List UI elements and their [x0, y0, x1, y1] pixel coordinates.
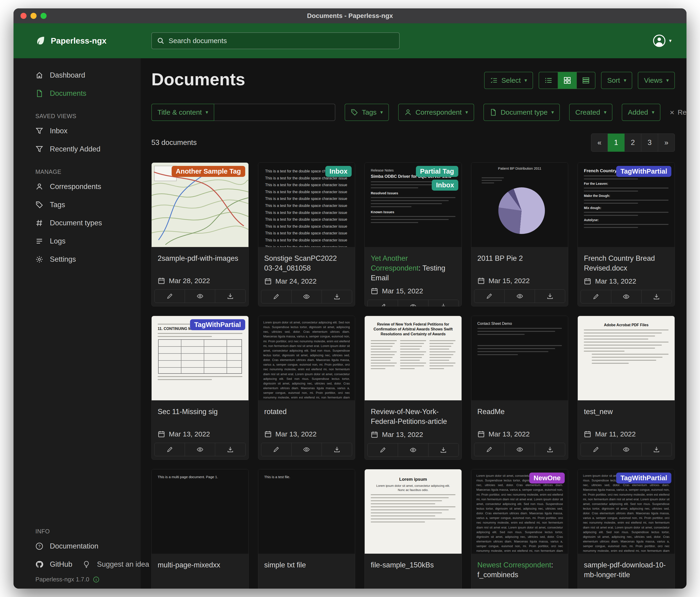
download-button[interactable]: [535, 443, 565, 456]
view-list-button[interactable]: [539, 72, 558, 89]
download-button[interactable]: [322, 290, 352, 303]
document-type-filter-button[interactable]: Document type▾: [483, 104, 560, 121]
view-button[interactable]: [398, 444, 428, 456]
view-button[interactable]: [611, 443, 641, 456]
document-title[interactable]: rotated: [264, 407, 349, 416]
edit-button[interactable]: [155, 443, 185, 456]
document-card[interactable]: Patient BP Distribution 2011 2011 BP Pie…: [471, 162, 569, 306]
sidebar-item-dashboard[interactable]: Dashboard: [14, 66, 141, 85]
pagination-page-2[interactable]: 2: [625, 134, 641, 152]
sort-button[interactable]: Sort▾: [601, 72, 632, 89]
document-correspondent[interactable]: Yet Another Correspondent: [371, 254, 419, 272]
created-filter-button[interactable]: Created▾: [569, 104, 612, 121]
title-content-dropdown[interactable]: Title & content▾: [151, 104, 214, 121]
user-menu[interactable]: ▾: [653, 34, 672, 47]
sidebar-item-tags[interactable]: Tags: [14, 196, 141, 214]
sidebar-item-recently-added[interactable]: Recently Added: [14, 140, 141, 158]
tag-badge-newone[interactable]: NewOne: [529, 473, 565, 483]
document-card[interactable]: Lorem ipsum dolor sit amet, consectetur …: [258, 316, 355, 460]
document-card[interactable]: Release NotesSimba ODBC Driver for SQL S…: [365, 162, 462, 306]
sidebar-item-document-types[interactable]: Document types: [14, 214, 141, 232]
tag-badge-another-sample-tag[interactable]: Another Sample Tag: [172, 166, 245, 177]
sidebar-item-settings[interactable]: Settings: [14, 250, 141, 268]
view-button[interactable]: [611, 290, 641, 303]
download-button[interactable]: [215, 443, 245, 456]
tag-badge-tagwithpartial[interactable]: TagWithPartial: [190, 319, 245, 330]
view-button[interactable]: [398, 300, 428, 306]
edit-button[interactable]: [581, 290, 611, 303]
tag-badge-tagwithpartial[interactable]: TagWithPartial: [616, 473, 671, 483]
document-thumbnail[interactable]: Lorem ipsumLorem ipsum dolor sit amet, c…: [365, 469, 461, 554]
document-title[interactable]: Sonstige ScanPC2022 03-24_081058: [264, 254, 349, 273]
document-title[interactable]: 2sample-pdf-with-images: [158, 254, 243, 263]
edit-button[interactable]: [368, 444, 398, 456]
sidebar-item-inbox[interactable]: Inbox: [14, 122, 141, 140]
document-card[interactable]: Lorem ipsum dolor sit amet, consectetur …: [471, 469, 569, 589]
edit-button[interactable]: [368, 300, 398, 306]
download-button[interactable]: [215, 290, 245, 303]
sidebar-item-suggest-an-idea[interactable]: Suggest an idea: [72, 555, 149, 573]
document-thumbnail[interactable]: Adobe Acrobat PDF Files: [578, 316, 675, 400]
edit-button[interactable]: [581, 443, 611, 456]
document-title[interactable]: Yet Another Correspondent: Testing Email: [371, 254, 455, 283]
document-card[interactable]: This is a multi page document. Page 1. m…: [151, 469, 249, 589]
tag-badge-inbox[interactable]: Inbox: [432, 180, 458, 191]
document-title[interactable]: French Country Bread Revised.docx: [584, 254, 669, 273]
document-title[interactable]: ReadMe: [477, 407, 562, 416]
document-card[interactable]: Lorem ipsum dolor sit amet, consectetur …: [577, 469, 675, 589]
download-button[interactable]: [428, 300, 458, 306]
sidebar-item-correspondents[interactable]: Correspondents: [14, 177, 141, 196]
document-card[interactable]: Contact Sheet Demo ReadMe Mar 13, 2022: [471, 316, 569, 460]
view-button[interactable]: [504, 443, 535, 456]
brand[interactable]: Paperless-ngx: [14, 35, 141, 46]
document-card[interactable]: Lorem ipsumLorem ipsum dolor sit amet, c…: [365, 469, 462, 589]
close-button[interactable]: [21, 13, 27, 19]
document-thumbnail[interactable]: Another Sample Tag: [152, 163, 248, 247]
tag-badge-tagwithpartial[interactable]: TagWithPartial: [616, 166, 671, 177]
correspondent-filter-button[interactable]: Correspondent▾: [398, 104, 474, 121]
document-thumbnail[interactable]: This is a multi page document. Page 1.: [152, 469, 248, 554]
download-button[interactable]: [428, 444, 458, 456]
document-card[interactable]: Another Sample Tag 2sample-pdf-with-imag…: [151, 162, 249, 306]
minimize-button[interactable]: [30, 13, 36, 19]
document-thumbnail[interactable]: Lorem ipsum dolor sit amet, consectetur …: [258, 316, 355, 400]
view-button[interactable]: [185, 290, 215, 303]
document-card[interactable]: This is a test for the double space char…: [258, 162, 355, 306]
pagination-page-1[interactable]: 1: [608, 134, 625, 152]
document-title[interactable]: simple txt file: [264, 560, 349, 570]
view-details-button[interactable]: [576, 72, 595, 89]
document-correspondent[interactable]: Newest Correspondent: [477, 561, 551, 569]
titlebar[interactable]: Documents - Paperless-ngx: [14, 8, 686, 23]
document-card[interactable]: Review of New York Federal Petitions for…: [365, 316, 462, 460]
document-thumbnail[interactable]: Lorem ipsum dolor sit amet, consectetur …: [578, 469, 675, 554]
document-thumbnail[interactable]: Lorem ipsum dolor sit amet, consectetur …: [471, 469, 568, 554]
document-title[interactable]: Sec 11-Missing sig: [158, 407, 243, 416]
sidebar-item-documents[interactable]: Documents: [14, 85, 141, 102]
pagination-prev[interactable]: «: [591, 134, 608, 152]
edit-button[interactable]: [155, 290, 185, 303]
document-thumbnail[interactable]: Contact Sheet Demo: [471, 316, 568, 400]
edit-button[interactable]: [474, 443, 504, 456]
document-title[interactable]: multi-page-mixedxx: [158, 560, 243, 570]
download-button[interactable]: [322, 443, 352, 456]
document-title[interactable]: file-sample_150kBs: [371, 560, 455, 570]
document-thumbnail[interactable]: Release NotesSimba ODBC Driver for SQL S…: [365, 163, 461, 247]
search-input[interactable]: [169, 37, 394, 45]
view-button[interactable]: [504, 290, 535, 303]
reset-filters-button[interactable]: ×Reset filters: [670, 109, 686, 116]
download-button[interactable]: [641, 443, 672, 456]
document-thumbnail[interactable]: This is a test for the double space char…: [258, 163, 355, 247]
pagination-next[interactable]: »: [658, 134, 675, 152]
sidebar-item-logs[interactable]: Logs: [14, 232, 141, 250]
added-filter-button[interactable]: Added▾: [622, 104, 660, 121]
title-content-input[interactable]: [214, 104, 335, 121]
tag-badge-inbox[interactable]: Inbox: [325, 166, 352, 177]
view-button[interactable]: [291, 443, 322, 456]
document-card[interactable]: French Country BreadFor the Leaven:Make …: [577, 162, 675, 306]
sidebar-item-documentation[interactable]: ?Documentation: [14, 537, 141, 555]
zoom-button[interactable]: [41, 13, 47, 19]
document-thumbnail[interactable]: 11. CONTINUING MEDICAL EDUCA TagWithPart…: [152, 316, 248, 400]
view-button[interactable]: [291, 290, 322, 303]
document-title[interactable]: Review-of-New-York-Federal-Petitions-art…: [371, 407, 455, 426]
document-title[interactable]: 2011 BP Pie 2: [477, 254, 562, 263]
